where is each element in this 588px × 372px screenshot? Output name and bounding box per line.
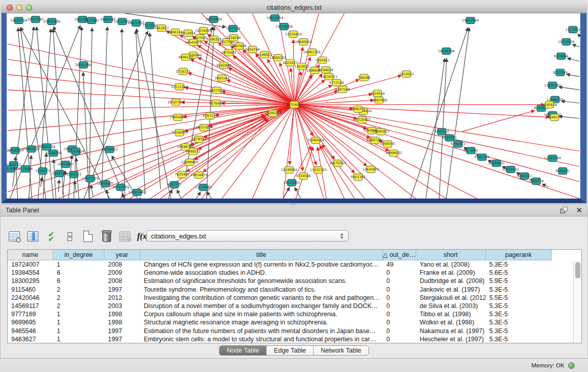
graph-node[interactable]: 1527602 [84,17,99,24]
column-header-title[interactable]: title [140,250,383,260]
close-panel-icon[interactable]: ✕ [576,207,582,214]
graph-node[interactable]: 18640910 [295,38,312,45]
network-canvas[interactable]: 1905572420557241208914061065325715276026… [7,13,580,199]
graph-node[interactable]: 6791972 [451,141,466,147]
graph-node[interactable]: 20891406 [43,18,60,25]
unselect-all-columns-button[interactable] [63,230,76,243]
column-header-in_degree[interactable]: in_degree [53,250,104,260]
graph-node[interactable]: 19642944 [462,17,479,24]
column-header-year[interactable]: year [104,250,140,260]
graph-node[interactable]: 16543812 [185,39,202,46]
graph-node[interactable]: 1880724 [529,178,543,185]
graph-node[interactable]: 25166552 [101,146,118,153]
graph-node[interactable]: 19166852 [171,129,188,136]
graph-node[interactable]: 9245021 [555,168,570,174]
graph-node[interactable]: 19654985 [169,114,186,121]
graph-node[interactable]: 20206536 [45,150,62,157]
graph-node[interactable]: 1350513 [67,171,81,178]
graph-node[interactable]: 746266 [358,74,371,81]
graph-node[interactable]: 9498222 [186,148,201,155]
vertical-scrollbar[interactable] [573,260,581,343]
graph-node[interactable]: 12103349 [544,155,561,162]
table-selector-dropdown[interactable]: citations_edges.txt ▲▼ [146,230,349,242]
table-row[interactable]: 1456911722003Disruption of a novel membe… [8,302,573,310]
table-row[interactable]: 911546021997Tourette syndrome. Phenomeno… [8,286,573,294]
table-row[interactable]: 1872400712008Changes of HCN gene express… [8,260,573,269]
graph-node[interactable]: 16648784 [438,48,455,54]
graph-node[interactable]: 16961758 [303,49,320,55]
table-row[interactable]: 946554611997Estimation of the future num… [8,327,573,335]
table-row[interactable]: 977716911998Corpus callosum shape and si… [8,310,573,318]
graph-node[interactable]: 7453022 [399,71,414,77]
graph-node[interactable]: 19226058 [195,27,212,34]
graph-node[interactable]: 15751074 [558,38,575,45]
graph-node[interactable]: 8427552 [209,87,224,94]
graph-node[interactable]: 12093582 [544,82,561,89]
new-table-button[interactable] [81,230,95,243]
graph-node[interactable]: 19218506 [276,23,293,30]
graph-node[interactable]: 7857224 [226,25,241,32]
tab-node-table[interactable]: Node Table [220,346,267,355]
graph-node[interactable]: 9329966 [554,53,569,59]
graph-node[interactable]: 15248561 [281,167,298,173]
table-row[interactable]: 1830029562008Estimation of significance … [8,277,573,285]
column-visibility-button[interactable] [26,230,39,243]
graph-node[interactable]: 10996022 [385,150,402,157]
graph-node[interactable]: 18813054 [267,14,284,21]
graph-node[interactable]: 17957225 [82,176,99,182]
scrollbar-thumb[interactable] [575,262,580,278]
graph-node[interactable]: 12923448 [128,189,145,196]
graph-node[interactable]: 21403232 [23,146,40,152]
graph-node[interactable]: 14353554 [195,124,212,131]
graph-node[interactable]: 12610651 [362,166,379,173]
graph-node[interactable]: 12325419 [285,31,302,37]
table-row[interactable]: 2242004622012Investigating the contribut… [8,294,573,302]
graph-node[interactable]: 16914479 [190,172,207,179]
graph-node[interactable]: 3624554 [370,90,385,97]
graph-node[interactable]: 8099593 [380,141,395,147]
graph-node[interactable]: 10994622 [488,160,505,167]
tab-edge-table[interactable]: Edge Table [267,346,313,355]
column-header-short[interactable]: short [416,250,486,260]
graph-node[interactable]: 15718485 [195,184,212,191]
window-titlebar[interactable]: citations_edges.txt [2,2,586,13]
delete-table-button[interactable]: ✕ [118,230,132,243]
graph-node[interactable]: 6497568 [335,86,350,93]
graph-node[interactable]: 16782759 [112,184,129,191]
graph-node[interactable]: 9227349 [553,69,568,76]
graph-node[interactable]: 11431505 [310,167,326,173]
graph-node[interactable]: 16570763 [329,160,346,167]
graph-node[interactable]: 12213384 [171,83,188,90]
graph-node[interactable]: 1334275 [35,168,50,174]
graph-node[interactable]: 9862342 [351,174,365,181]
memory-indicator-dot[interactable] [568,362,575,369]
graph-node[interactable]: 1117443 [565,26,580,33]
graph-node[interactable]: 8454749 [245,46,260,53]
graph-node[interactable]: 3913945 [7,166,17,172]
graph-node[interactable]: 7625402 [175,171,189,178]
table-row[interactable]: 946362711997Embryonic stem cells: a mode… [8,335,573,343]
graph-node[interactable]: 6791971 [442,135,457,141]
float-panel-icon[interactable] [560,207,569,214]
graph-node[interactable]: 19610651 [284,180,300,186]
select-all-columns-button[interactable]: ✔✔ [45,230,58,243]
column-header-pagerank[interactable]: pagerank [486,250,552,260]
graph-node[interactable]: 1170065 [209,100,224,106]
graph-node[interactable]: 18941234 [38,144,55,150]
graph-node[interactable]: 20557241 [27,16,44,23]
graph-node[interactable]: 8878354 [191,136,206,143]
graph-node[interactable]: 18107554 [167,99,184,105]
graph-node[interactable]: 15720407 [354,117,371,123]
graph-node[interactable]: 19055724 [10,17,27,24]
panel-resize-grip[interactable] [291,203,296,206]
graph-node[interactable]: 1873662 [464,147,478,154]
graph-node[interactable]: 9724508 [296,173,311,180]
graph-node[interactable]: 1046271 [547,114,562,121]
graph-node[interactable]: 2803144 [214,75,229,81]
graph-node[interactable]: 16033809 [205,16,222,23]
table-row[interactable]: 1938455462009Genome-wide association stu… [8,269,573,277]
graph-node[interactable]: 7463822 [154,25,169,31]
graph-node[interactable]: 9561374 [475,154,490,161]
graph-node[interactable]: 16671355 [127,19,144,26]
graph-node[interactable]: 2718176 [176,68,190,75]
